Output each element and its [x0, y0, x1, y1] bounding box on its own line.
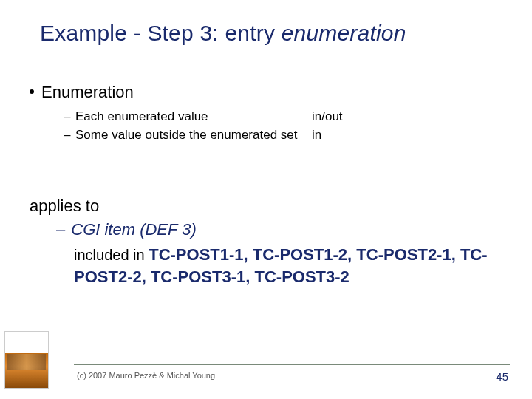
- bullet-label: Enumeration: [41, 83, 134, 101]
- ndash-icon: –: [56, 220, 65, 239]
- sub-item: – Each enumerated value in/out: [64, 108, 502, 126]
- sub-tag: in/out: [312, 108, 343, 126]
- applies-heading: applies to: [30, 197, 502, 216]
- bullet-dot-icon: [30, 89, 34, 94]
- sub-list: – Each enumerated value in/out – Some va…: [64, 108, 502, 144]
- bullet-enumeration: Enumeration: [30, 83, 502, 102]
- page-number: 45: [496, 370, 508, 383]
- body: Enumeration – Each enumerated value in/o…: [30, 83, 502, 144]
- footer-copyright: (c) 2007 Mauro Pezzè & Michal Young: [77, 371, 215, 380]
- sub-item: – Some value outside the enumerated set …: [64, 126, 502, 145]
- cgi-item: –CGI item (DEF 3): [56, 220, 502, 239]
- cgi-text: CGI item (DEF 3): [71, 220, 197, 239]
- dash-icon: –: [64, 126, 75, 145]
- sub-tag: in: [312, 126, 321, 145]
- included-lead: included in: [74, 247, 149, 263]
- slide-title: Example - Step 3: entry enumeration: [40, 21, 510, 46]
- applies-block: applies to –CGI item (DEF 3) included in…: [30, 197, 502, 287]
- book-thumbnail-icon: [4, 331, 49, 389]
- sub-text: Some value outside the enumerated set: [75, 126, 312, 145]
- title-prefix: Example - Step 3: entry: [40, 21, 282, 45]
- sub-text: Each enumerated value: [75, 108, 312, 126]
- slide: Example - Step 3: entry enumeration Enum…: [0, 0, 532, 399]
- included-line: included in TC-POST1-1, TC-POST1-2, TC-P…: [74, 244, 488, 287]
- footer-rule: [74, 364, 510, 365]
- title-emph: enumeration: [282, 21, 406, 45]
- dash-icon: –: [64, 108, 75, 126]
